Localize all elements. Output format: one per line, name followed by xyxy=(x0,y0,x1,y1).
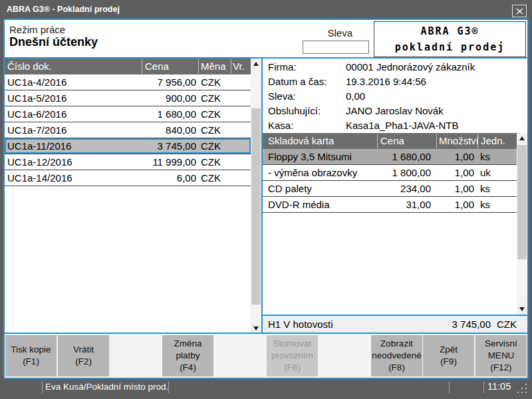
back-button[interactable]: Zpět (F9) xyxy=(423,335,474,376)
currency: CZK xyxy=(201,106,221,122)
statusbar-clock: 11:05 xyxy=(487,380,511,394)
show-unsubmitted-button[interactable]: Zobrazit neodvedené (F8) xyxy=(371,335,422,376)
info-label: Kasa: xyxy=(268,118,293,133)
item-name: DVD-R média xyxy=(268,197,330,212)
button-key: (F9) xyxy=(440,356,457,368)
info-value: 00001 Jednorázový zákazník xyxy=(346,60,475,74)
column-separator xyxy=(436,134,437,148)
item-row[interactable]: CD palety 234,00 1,00 ks xyxy=(263,181,517,197)
column-header-vr[interactable]: Vr. xyxy=(233,59,245,74)
button-key: (F12) xyxy=(490,362,511,374)
print-copy-button[interactable]: Tisk kopie (F1) xyxy=(5,335,57,376)
receipts-scrollbar[interactable] xyxy=(251,59,261,334)
doc-number: UC1a-6/2016 xyxy=(7,106,66,122)
scroll-down-button[interactable] xyxy=(517,304,527,315)
info-label: Firma: xyxy=(268,60,297,74)
column-separator xyxy=(377,134,378,148)
function-button-bar: Tisk kopie (F1) Vrátit (F2) Změna platby… xyxy=(5,334,527,378)
statusbar-separator xyxy=(168,382,169,393)
button-key: (F8) xyxy=(388,362,405,374)
column-header-price[interactable]: Cena xyxy=(145,59,169,74)
doc-number: UC1a-7/2016 xyxy=(7,122,66,138)
close-button[interactable] xyxy=(512,5,527,17)
resize-grip-icon[interactable] xyxy=(517,384,527,393)
total-currency: CZK xyxy=(497,316,517,332)
column-header-item-price[interactable]: Cena xyxy=(380,133,404,149)
scrollbar-thumb[interactable] xyxy=(251,108,261,305)
discount-input[interactable] xyxy=(303,41,369,54)
table-row[interactable]: UC1a-6/2016 1 680,00 CZK xyxy=(5,106,251,122)
item-quantity: 1,00 xyxy=(455,197,474,212)
price: 3 745,00 xyxy=(158,138,196,154)
title-bar: ABRA G3® - Pokladní prodej xyxy=(0,0,532,19)
app-window: ABRA G3® - Pokladní prodej Režim práce D… xyxy=(0,0,532,399)
info-value: JANO Jaroslav Novák xyxy=(346,104,444,118)
scrollbar-thumb[interactable] xyxy=(517,145,527,259)
price: 7 956,00 xyxy=(158,74,196,90)
items-list: Floppy 3,5 Mitsumi 1 680,00 1,00 ks - vý… xyxy=(263,149,517,213)
item-row-selected[interactable]: Floppy 3,5 Mitsumi 1 680,00 1,00 ks xyxy=(263,149,517,165)
column-separator xyxy=(477,134,478,148)
items-scrollbar[interactable] xyxy=(517,133,527,315)
service-menu-button[interactable]: Servisní MENU (F12) xyxy=(475,335,527,376)
window-title: ABRA G3® - Pokladní prodej xyxy=(7,0,120,19)
payment-total-row: H1 V hotovosti 3 745,00 CZK xyxy=(263,316,527,332)
info-label: Datum a čas: xyxy=(268,74,327,89)
statusbar-user: Eva Kusá/Pokladní místo prod. xyxy=(45,380,168,394)
info-row: Kasa: Kasa1a_Pha1-JAVA-NTB xyxy=(263,118,522,133)
button-label: Změna platby xyxy=(162,338,213,362)
info-value: 0,00 xyxy=(346,89,365,104)
button-key: (F2) xyxy=(75,356,92,368)
button-label: Vrátit xyxy=(73,344,94,356)
column-header-doc[interactable]: Číslo dok. xyxy=(7,59,52,74)
currency: CZK xyxy=(201,90,221,106)
button-label: Servisní MENU xyxy=(475,338,527,362)
item-row[interactable]: DVD-R média 31,00 1,00 ks xyxy=(263,197,517,213)
item-row[interactable]: - výměna obrazovky 1 800,00 1,00 uk xyxy=(263,165,517,181)
column-header-currency[interactable]: Měna xyxy=(201,59,226,74)
table-row[interactable]: UC1a-7/2016 840,00 CZK xyxy=(5,122,251,138)
column-separator xyxy=(231,59,231,74)
doc-number: UC1a-5/2016 xyxy=(7,90,66,106)
return-button[interactable]: Vrátit (F2) xyxy=(58,335,109,376)
arrow-up-icon xyxy=(253,62,259,66)
item-unit: ks xyxy=(480,181,490,196)
item-name: - výměna obrazovky xyxy=(268,165,357,180)
info-value: Kasa1a_Pha1-JAVA-NTB xyxy=(346,118,459,133)
button-label: Tisk kopie xyxy=(11,344,51,356)
statusbar-separator xyxy=(483,382,484,393)
scroll-up-button[interactable] xyxy=(517,133,527,144)
total-amount: 3 745,00 xyxy=(452,316,491,332)
column-header-unit[interactable]: Jedn. xyxy=(481,133,505,149)
item-quantity: 1,00 xyxy=(455,165,474,180)
table-row-selected[interactable]: UC1a-11/2016 3 745,00 CZK xyxy=(5,138,251,154)
close-icon xyxy=(516,8,523,15)
item-name: Floppy 3,5 Mitsumi xyxy=(268,149,352,164)
scroll-up-button[interactable] xyxy=(251,59,261,69)
work-mode-value: Dnešní účtenky xyxy=(9,35,98,49)
brand-line1: ABRA G3® xyxy=(420,23,479,39)
arrow-up-icon xyxy=(519,136,525,140)
item-price: 234,00 xyxy=(400,181,431,196)
brand-box: ABRA G3® pokladní prodej xyxy=(374,21,526,57)
info-row: Datum a čas: 19.3.2016 9:44:56 xyxy=(263,74,522,89)
currency: CZK xyxy=(201,74,221,90)
item-name: CD palety xyxy=(268,181,312,196)
currency: CZK xyxy=(201,122,221,138)
price: 900,00 xyxy=(166,90,196,106)
brand-line2: pokladní prodej xyxy=(395,39,505,55)
button-label: Zpět xyxy=(440,344,458,356)
item-unit: ks xyxy=(480,197,490,212)
item-price: 1 680,00 xyxy=(392,149,431,164)
column-header-item[interactable]: Skladová karta xyxy=(268,133,334,149)
table-row[interactable]: UC1a-4/2016 7 956,00 CZK xyxy=(5,74,251,90)
statusbar-separator xyxy=(42,382,43,393)
table-row[interactable]: UC1a-5/2016 900,00 CZK xyxy=(5,90,251,106)
info-row: Sleva: 0,00 xyxy=(263,89,522,104)
table-row[interactable]: UC1a-14/2016 6,00 CZK xyxy=(5,170,251,186)
price: 11 999,00 xyxy=(152,154,196,170)
table-row[interactable]: UC1a-12/2016 11 999,00 CZK xyxy=(5,154,251,170)
change-payment-button[interactable]: Změna platby (F4) xyxy=(162,335,213,376)
item-price: 31,00 xyxy=(406,197,431,212)
column-header-quantity[interactable]: Množství xyxy=(439,133,479,149)
